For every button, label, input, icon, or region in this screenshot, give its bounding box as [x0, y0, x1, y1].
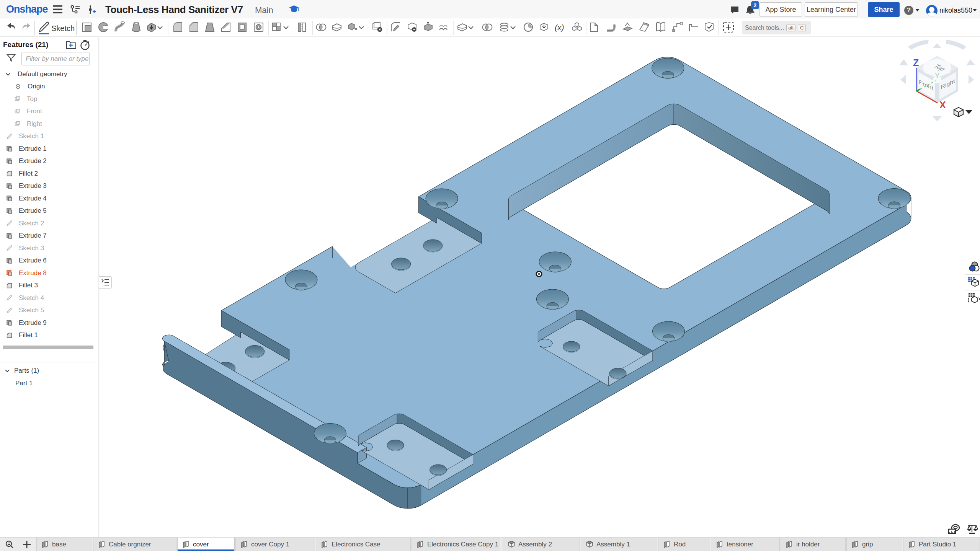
svg-text:Z: Z — [913, 57, 919, 68]
svg-text:(x): (x) — [555, 23, 564, 32]
svg-text:Sketch: Sketch — [51, 24, 75, 33]
svg-text:Y: Y — [935, 72, 940, 80]
svg-text:X: X — [939, 99, 946, 110]
